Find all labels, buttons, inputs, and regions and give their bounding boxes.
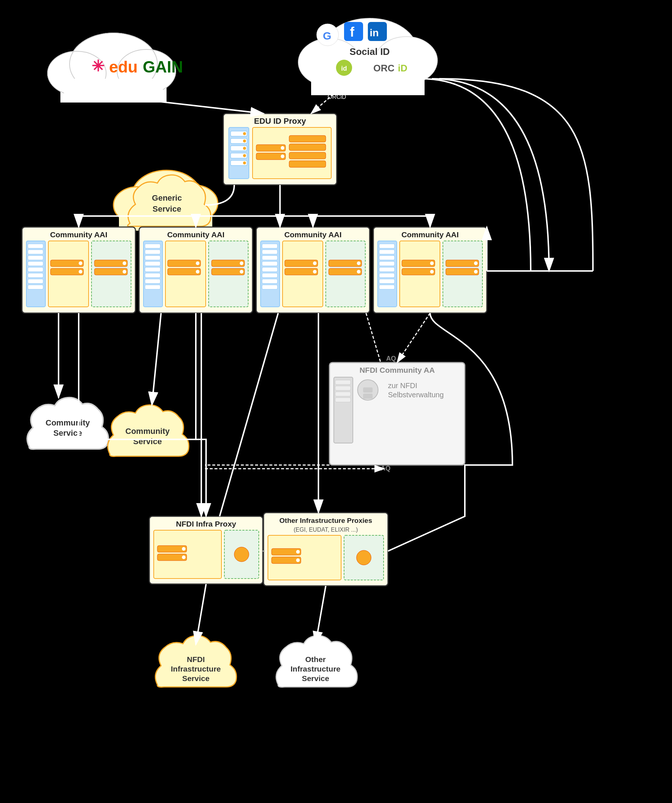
svg-rect-111 [211,260,245,267]
svg-text:iD: iD [398,63,407,73]
svg-text:Infrastructure: Infrastructure [291,665,341,673]
svg-point-155 [474,262,478,265]
svg-rect-165 [363,387,373,393]
svg-text:f: f [350,24,355,39]
svg-rect-127 [285,260,318,267]
community-aai-1-box: Community AAI [22,227,135,313]
edu-id-proxy-box: EDU ID Proxy [223,114,337,185]
svg-rect-143 [379,267,394,272]
svg-text:G: G [323,30,331,42]
community-aai-3-box: Community AAI [256,227,370,313]
svg-rect-77 [28,250,43,254]
svg-rect-99 [145,255,160,260]
svg-text:ORC: ORC [373,63,394,73]
svg-rect-80 [28,267,43,272]
svg-point-184 [296,550,300,554]
svg-text:EDU ID Proxy: EDU ID Proxy [254,117,306,125]
svg-rect-121 [262,262,278,266]
svg-text:Selbstverwaltung: Selbstverwaltung [388,391,444,399]
community-aai-2-box: Community AAI [139,227,253,313]
svg-point-113 [240,262,243,265]
svg-rect-125 [262,285,278,289]
svg-text:Service: Service [54,428,82,437]
svg-text:Other Infrastructure Proxies: Other Infrastructure Proxies [279,517,372,524]
svg-rect-141 [379,255,394,260]
svg-rect-144 [379,273,394,278]
svg-rect-153 [446,260,479,267]
svg-point-68 [281,154,284,158]
svg-point-135 [357,270,360,273]
svg-rect-72 [289,161,326,167]
svg-point-61 [243,154,246,157]
svg-rect-103 [145,279,160,283]
svg-text:(EGI, EUDAT, ELIXIR ...): (EGI, EUDAT, ELIXIR ...) [294,527,358,533]
social-id-cloud: G f in Social ID id ORC iD [298,18,437,95]
svg-rect-101 [145,267,160,272]
nfdi-community-aa-box: NFDI Community AA zur NFDI Selbstverwalt… [330,362,465,465]
svg-text:Community AAI: Community AAI [167,230,225,239]
svg-text:Infrastructure: Infrastructure [171,665,221,673]
svg-rect-100 [145,262,160,266]
svg-text:ORCiD: ORCiD [328,94,346,100]
svg-rect-146 [379,285,394,289]
svg-text:Service: Service [302,674,330,683]
svg-rect-21 [311,64,425,95]
svg-text:✳: ✳ [91,57,104,75]
svg-rect-69 [289,135,326,142]
svg-rect-160 [335,380,351,384]
svg-rect-122 [262,267,278,272]
svg-rect-124 [262,279,278,283]
svg-rect-118 [262,244,278,248]
svg-point-67 [281,146,284,150]
svg-rect-145 [379,279,394,283]
svg-rect-166 [363,393,373,399]
svg-point-175 [182,556,185,559]
community-aai-4-box: Community AAI [373,227,487,313]
svg-text:Service: Service [133,437,162,446]
svg-line-200 [220,313,278,516]
svg-point-109 [196,270,200,273]
svg-rect-78 [28,255,43,260]
svg-point-87 [79,262,82,265]
svg-text:AQ: AQ [386,355,396,362]
svg-rect-104 [145,285,160,289]
svg-rect-106 [168,260,201,267]
svg-rect-98 [145,250,160,254]
svg-text:zur NFDI: zur NFDI [388,382,417,390]
svg-point-130 [313,270,317,273]
svg-rect-123 [262,273,278,278]
svg-rect-133 [329,268,362,275]
svg-rect-76 [28,244,43,248]
edugain-cloud: ✳ edu GAIN [47,33,183,102]
svg-point-177 [234,547,249,562]
svg-point-150 [430,262,434,265]
svg-point-174 [182,547,185,551]
svg-rect-128 [285,268,318,275]
svg-rect-83 [28,285,43,289]
svg-point-151 [430,270,434,273]
svg-line-198 [152,313,161,405]
svg-rect-81 [28,273,43,278]
svg-text:Community AAI: Community AAI [401,230,459,239]
svg-line-206 [366,313,381,362]
svg-text:Service: Service [182,674,210,683]
community-service-2-cloud: Community Service [108,405,189,457]
svg-rect-86 [50,268,83,275]
svg-rect-112 [211,268,245,275]
svg-text:GAIN: GAIN [143,58,183,76]
svg-rect-154 [446,268,479,275]
community-service-1-cloud: Community Service [27,398,108,449]
svg-point-59 [243,147,246,150]
svg-text:NFDI Community AA: NFDI Community AA [359,366,435,374]
svg-point-156 [474,270,478,273]
svg-point-57 [243,140,246,143]
svg-point-187 [357,550,371,565]
svg-point-55 [243,132,246,135]
svg-rect-149 [402,268,435,275]
svg-rect-97 [145,244,160,248]
svg-rect-90 [94,260,127,267]
nfdi-infra-proxy-box: NFDI Infra Proxy [149,516,263,584]
svg-rect-107 [168,268,201,275]
svg-point-108 [196,262,200,265]
svg-rect-163 [335,398,351,402]
